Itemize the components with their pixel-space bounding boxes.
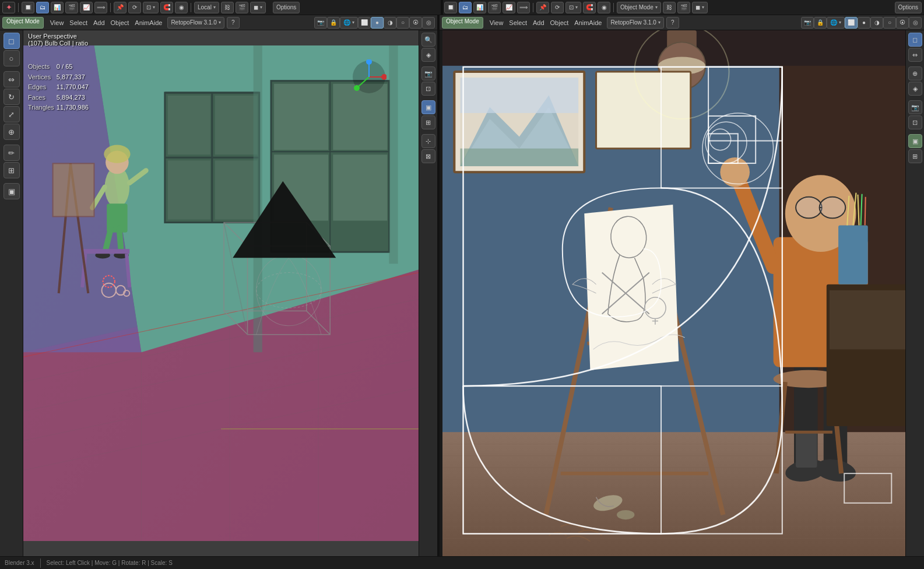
timeline-btn-r[interactable]: 📊 (473, 2, 486, 13)
scene-cam-btn-l[interactable]: 📷 (314, 17, 327, 29)
select-menu-r[interactable]: Select (506, 18, 530, 27)
snap-btn-r[interactable]: 🧲 (583, 2, 596, 13)
scale-tool[interactable]: ⤢ (3, 106, 20, 122)
pin-btn[interactable]: 📌 (114, 2, 127, 13)
view-menu-r[interactable]: View (487, 18, 507, 27)
editor-type-btn[interactable]: 🔲 (22, 2, 34, 13)
animaide-menu-r[interactable]: AnimAide (571, 18, 605, 27)
rt-frame[interactable]: ⊡ (908, 115, 922, 129)
viewport-lock-l[interactable]: 🔒 (327, 17, 340, 29)
add-menu[interactable]: Add (90, 18, 108, 27)
viewport-overlay-r[interactable]: 🌐▾ (827, 17, 845, 29)
global-top-header: ✦ 🔲 🗂 📊 🎬 📈 ⟹ 📌 ⟳ ⊡▾ 🧲 ◉ Local ▾ ⛓ 🎬 ◼▾ … (0, 0, 924, 15)
wire-mode-l[interactable]: ○ (396, 17, 409, 29)
solid-mode-r[interactable]: ● (858, 17, 870, 29)
select-menu[interactable]: Select (66, 18, 90, 27)
view-menu[interactable]: View (47, 18, 67, 27)
nla-btn[interactable]: ⟹ (94, 2, 107, 13)
rt-fly-r[interactable]: ◈ (908, 82, 922, 96)
xray-btn-r[interactable]: ◎ (909, 17, 922, 29)
overlay-btn-l[interactable]: ⦿ (409, 17, 422, 29)
transform-tool[interactable]: ⊕ (3, 124, 20, 140)
graph-btn[interactable]: 📈 (80, 2, 93, 13)
move-tool[interactable]: ⇔ (3, 71, 20, 87)
zoom-btn[interactable]: 🔍 (421, 33, 435, 47)
svg-text:Z: Z (367, 60, 370, 65)
options-btn-left[interactable]: Options (273, 2, 300, 13)
material-mode-r[interactable]: ◑ (870, 17, 883, 29)
help-btn-left[interactable]: ? (227, 17, 240, 29)
sidebar-toggle[interactable]: ⊠ (421, 149, 435, 163)
persp-btn[interactable]: ▣ (421, 100, 435, 114)
sync-btn[interactable]: ⟳ (128, 2, 141, 13)
annotate-tool[interactable]: ✏ (3, 145, 20, 161)
material-mode-l[interactable]: ◑ (384, 17, 396, 29)
status-info: Blender 3.x (5, 560, 34, 566)
link-btn[interactable]: ⛓ (221, 2, 234, 13)
help-btn-right[interactable]: ? (666, 17, 679, 29)
action-btn-r[interactable]: 🎬 (488, 2, 501, 13)
link-btn-r[interactable]: ⛓ (663, 2, 676, 13)
object-menu-r[interactable]: Object (547, 18, 572, 27)
viewport-overlay-l[interactable]: 🌐▾ (340, 17, 358, 29)
add-cube-tool[interactable]: ▣ (3, 183, 20, 199)
3d-view-btn[interactable]: 🗂 (36, 2, 49, 13)
rotate-tool[interactable]: ↻ (3, 89, 20, 105)
scene-btn-r[interactable]: 🎬 (677, 2, 690, 13)
add-menu-r[interactable]: Add (530, 18, 547, 27)
pivot-dropdown[interactable]: ⊡▾ (143, 2, 159, 13)
view-layers-btn[interactable]: ⊹ (421, 134, 435, 148)
prop-edit-btn-r[interactable]: ◉ (598, 2, 610, 13)
rt-camera[interactable]: 📷 (908, 100, 922, 114)
fly-btn[interactable]: ◈ (421, 48, 435, 62)
rt-move-btn[interactable]: ⇔ (908, 48, 922, 62)
nla-btn-r[interactable]: ⟹ (517, 2, 530, 13)
rt-render-overlay[interactable]: ▣ (908, 134, 922, 148)
scene-cam-btn-r[interactable]: 📷 (801, 17, 814, 29)
animaide-menu[interactable]: AnimAide (132, 18, 165, 27)
retopoflow-dropdown[interactable]: RetopoFlow 3.1.0 ▾ (167, 17, 224, 29)
frame-all-btn[interactable]: ⊡ (421, 82, 435, 96)
timeline-btn[interactable]: 📊 (51, 2, 64, 13)
pin-btn-r[interactable]: 📌 (536, 2, 549, 13)
pivot-dropdown-r[interactable]: ⊡▾ (565, 2, 581, 13)
graph-btn-r[interactable]: 📈 (503, 2, 515, 13)
xray-btn-l[interactable]: ◎ (422, 17, 435, 29)
rt-zoom-r[interactable]: ⊕ (908, 66, 922, 80)
3d-view-btn-r[interactable]: 🗂 (459, 2, 472, 13)
render-scene[interactable]: ▶ (440, 30, 924, 556)
measure-tool[interactable]: ⊞ (3, 162, 20, 178)
viewport-shading-r[interactable]: ◼▾ (692, 2, 708, 13)
snap-btn[interactable]: 🧲 (160, 2, 173, 13)
transform-dropdown[interactable]: Local ▾ (194, 2, 219, 13)
camera-view-btn[interactable]: 📷 (421, 66, 435, 80)
rendered-mode-r[interactable]: ⬜ (845, 17, 858, 29)
viewport-shading[interactable]: ◼▾ (250, 2, 266, 13)
viewport-lock-r[interactable]: 🔒 (814, 17, 827, 29)
rendered-mode-l[interactable]: ⬜ (358, 17, 371, 29)
svg-text:Y: Y (355, 86, 359, 92)
editor-type-btn-r[interactable]: 🔲 (444, 2, 457, 13)
options-btn-right[interactable]: Options (895, 2, 922, 13)
action-btn[interactable]: 🎬 (65, 2, 78, 13)
3d-scene-content[interactable]: User Perspective (107) Bulb Coll | ratio… (23, 30, 419, 556)
axis-gizmo[interactable]: X Y Z (352, 59, 387, 94)
blender-logo[interactable]: ✦ (2, 2, 15, 13)
select-circle-tool[interactable]: ○ (3, 50, 20, 66)
3d-scene[interactable]: ◻ ○ ⇔ ↻ ⤢ ⊕ ✏ ⊞ ▣ (0, 30, 437, 556)
object-mode-btn[interactable]: Object Mode (2, 17, 44, 29)
wire-mode-r[interactable]: ○ (883, 17, 896, 29)
cursor-tool[interactable]: ◻ (3, 33, 20, 49)
retopoflow-dropdown-r[interactable]: RetopoFlow 3.1.0 ▾ (607, 17, 663, 29)
ortho-btn[interactable]: ⊞ (421, 115, 435, 129)
solid-mode-l[interactable]: ● (371, 17, 384, 29)
object-menu[interactable]: Object (108, 18, 132, 27)
rt-grid-r[interactable]: ⊞ (908, 149, 922, 163)
rt-select-btn[interactable]: ◻ (908, 33, 922, 47)
object-mode-btn-r[interactable]: Object Mode (442, 17, 483, 29)
overlay-btn-r[interactable]: ⦿ (896, 17, 909, 29)
prop-edit-btn[interactable]: ◉ (175, 2, 188, 13)
scene-btn[interactable]: 🎬 (236, 2, 248, 13)
transform-dropdown-r[interactable]: Object Mode ▾ (617, 2, 661, 13)
sync-btn-r[interactable]: ⟳ (551, 2, 564, 13)
